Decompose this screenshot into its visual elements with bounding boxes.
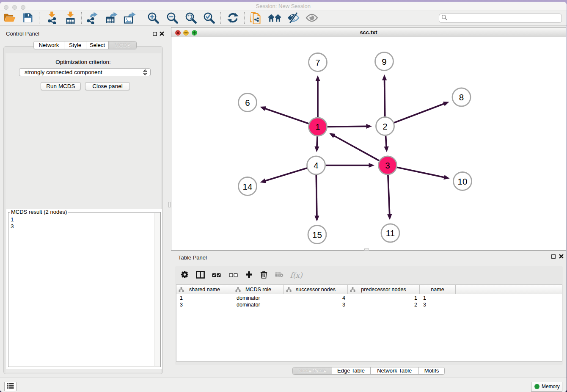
show-all-button[interactable] — [305, 12, 319, 25]
table-container: f(x)shared nameMCDS rolesuccessor nodesp… — [175, 266, 563, 365]
network-frame-titlebar[interactable]: scc.txt — [171, 28, 566, 37]
function-builder-button: f(x) — [290, 269, 303, 282]
apply-layout-button[interactable] — [226, 12, 240, 25]
network-frame-title: scc.txt — [171, 29, 566, 36]
control-tab-select[interactable]: Select — [86, 41, 109, 49]
delete-table-button — [273, 269, 286, 282]
table-panel-float-button[interactable] — [550, 253, 557, 260]
export-image-button[interactable] — [123, 12, 137, 25]
edge-4-15[interactable] — [314, 175, 319, 221]
node-4[interactable]: 4 — [307, 156, 325, 174]
first-neighbors-button[interactable] — [267, 12, 282, 25]
new-network-from-selection-button[interactable] — [248, 12, 263, 25]
column-header-name[interactable]: name — [420, 285, 456, 294]
columns-icon — [196, 271, 205, 280]
table-tab-motifs[interactable]: Motifs — [419, 367, 444, 374]
zoom-out-icon — [166, 12, 178, 25]
node-1[interactable]: 1 — [309, 118, 327, 136]
export-network-button[interactable] — [86, 12, 100, 25]
table-row[interactable]: 1dominator411 — [176, 295, 562, 301]
table-cell: 1 — [423, 295, 426, 301]
zoom-selected-button[interactable] — [202, 12, 216, 25]
main-toolbar — [0, 11, 567, 26]
column-header-successor-nodes[interactable]: successor nodes — [284, 285, 348, 294]
edge-1-7[interactable] — [315, 75, 320, 117]
select-all-button[interactable] — [210, 269, 223, 282]
control-tabs: NetworkStyleSelectMCDS — [33, 41, 137, 49]
table-panel: Table Panel f(x)shared nameMCDS rolesucc… — [171, 251, 566, 378]
node-14[interactable]: 14 — [239, 177, 257, 196]
table-tabs: Node TableEdge TableNetwork TableMotifs — [292, 367, 445, 375]
column-header-predecessor-nodes[interactable]: predecessor nodes — [348, 285, 420, 294]
export-table-icon — [105, 11, 118, 25]
edge-1-2[interactable] — [328, 124, 372, 129]
node-7[interactable]: 7 — [309, 53, 327, 72]
import-table-button[interactable] — [63, 12, 77, 25]
splitter-handle-bottom[interactable] — [364, 248, 369, 251]
edge-3-10[interactable] — [397, 167, 450, 179]
splitter-handle-left[interactable] — [168, 202, 171, 207]
edge-2-3[interactable] — [384, 136, 389, 152]
window-titlebar[interactable]: Session: New Session — [0, 2, 567, 10]
node-2[interactable]: 2 — [376, 117, 394, 135]
show-columns-button[interactable] — [194, 269, 206, 282]
column-settings-button[interactable] — [178, 269, 191, 282]
zoom-out-button[interactable] — [165, 12, 179, 25]
network-frame[interactable]: scc.txt 1234678910111415 — [171, 27, 566, 251]
node-3[interactable]: 3 — [379, 156, 397, 174]
edge-1-6[interactable] — [260, 106, 308, 124]
edge-2-9[interactable] — [382, 75, 387, 117]
hide-selected-button[interactable] — [286, 12, 300, 25]
edge-1-4[interactable] — [314, 136, 319, 152]
search-field[interactable] — [439, 14, 562, 23]
control-tab-mcds[interactable]: MCDS — [109, 41, 136, 49]
close-panel-button[interactable]: Close panel — [85, 82, 130, 90]
delete-row-button[interactable] — [257, 269, 270, 282]
criterion-dropdown[interactable]: strongly connected component — [19, 68, 151, 76]
column-header-MCDS-role[interactable]: MCDS role — [233, 285, 284, 294]
open-session-button[interactable] — [2, 12, 17, 25]
table-tab-edge-table[interactable]: Edge Table — [332, 367, 371, 374]
edge-2-8[interactable] — [394, 102, 449, 123]
table-cell: dominator — [237, 302, 260, 308]
mcds-panel: Optimization criterion: strongly connect… — [3, 46, 163, 374]
save-session-button[interactable] — [20, 12, 35, 25]
result-text[interactable]: 1 3 — [11, 216, 14, 230]
node-8[interactable]: 8 — [452, 88, 471, 106]
export-table-button[interactable] — [105, 12, 119, 25]
node-6[interactable]: 6 — [239, 94, 257, 112]
status-bar: Memory — [0, 378, 567, 392]
zoom-in-button[interactable] — [146, 12, 160, 25]
table-panel-close-button[interactable] — [557, 253, 565, 260]
table-tab-node-table[interactable]: Node Table — [293, 367, 332, 374]
node-9[interactable]: 9 — [375, 52, 394, 71]
result-box-border — [8, 212, 161, 367]
node-11[interactable]: 11 — [381, 224, 399, 242]
run-mcds-button[interactable]: Run MCDS — [41, 82, 81, 90]
deselect-all-button[interactable] — [227, 269, 239, 282]
show-log-button[interactable] — [4, 382, 17, 391]
toolbar-separator — [244, 12, 245, 24]
hide-eye-icon — [287, 12, 300, 25]
zoom-fit-button[interactable] — [184, 12, 198, 25]
table-row[interactable]: 3dominator323 — [176, 301, 562, 308]
memory-button[interactable]: Memory — [531, 382, 562, 392]
search-input[interactable] — [448, 14, 561, 22]
control-tab-style[interactable]: Style — [64, 41, 86, 49]
table-tab-network-table[interactable]: Network Table — [371, 367, 419, 374]
network-canvas[interactable]: 1234678910111415 — [171, 38, 566, 250]
import-network-button[interactable] — [44, 12, 59, 25]
control-panel-close-button[interactable] — [158, 30, 165, 38]
edge-4-14[interactable] — [260, 168, 307, 183]
edge-4-3[interactable] — [326, 163, 375, 168]
result-scrollbar[interactable] — [154, 213, 160, 366]
edge-3-1[interactable] — [329, 133, 379, 161]
edge-3-11[interactable] — [387, 175, 392, 220]
column-header-shared-name[interactable]: shared name — [176, 285, 233, 294]
add-row-button[interactable] — [242, 269, 255, 282]
node-10[interactable]: 10 — [454, 172, 472, 190]
table-cell: 3 — [180, 302, 183, 308]
control-tab-network[interactable]: Network — [34, 41, 64, 49]
node-15[interactable]: 15 — [308, 226, 326, 244]
network-graph[interactable]: 1234678910111415 — [171, 38, 566, 250]
